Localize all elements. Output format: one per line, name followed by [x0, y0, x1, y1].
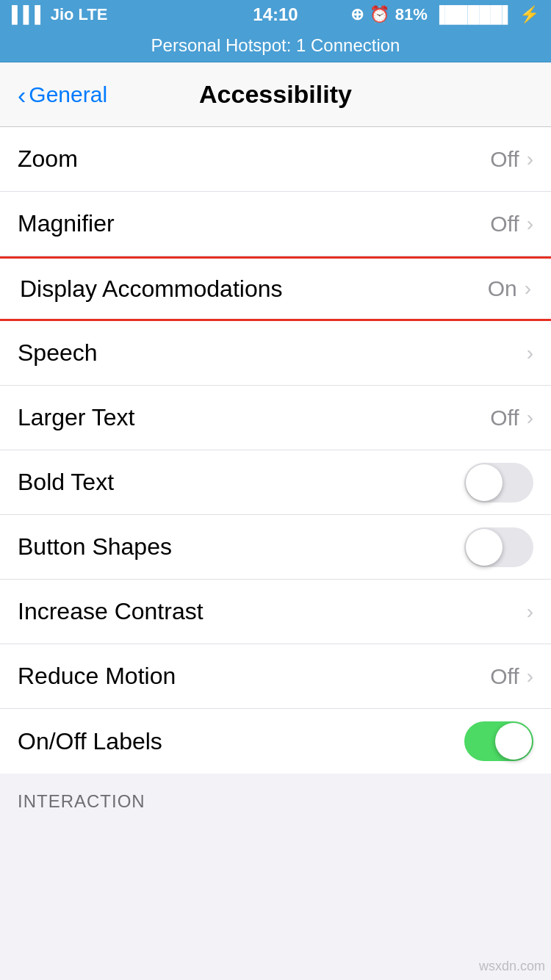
settings-list: Zoom Off › Magnifier Off › Display Accom… [0, 127, 551, 774]
display-accommodations-label: Display Accommodations [20, 275, 282, 303]
back-label: General [29, 82, 107, 107]
larger-text-value: Off [490, 406, 519, 430]
signal-icon: ▌▌▌ [12, 5, 46, 24]
magnifier-label: Magnifier [18, 210, 115, 237]
row-onoff-labels[interactable]: On/Off Labels [0, 709, 551, 774]
lock-icon: ⊕ [350, 5, 364, 24]
display-accommodations-value: On [488, 276, 517, 301]
reduce-motion-label: Reduce Motion [18, 663, 176, 690]
section-footer: INTERACTION [0, 774, 551, 824]
row-reduce-motion[interactable]: Reduce Motion Off › [0, 644, 551, 709]
nav-bar: ‹ General Accessibility [0, 62, 551, 127]
larger-text-right: Off › [490, 406, 533, 430]
larger-text-label: Larger Text [18, 404, 135, 431]
status-bar-right: ⊕ ⏰ 81% ▐█████▌ ⚡ [350, 5, 539, 24]
row-larger-text[interactable]: Larger Text Off › [0, 386, 551, 450]
display-accommodations-right: On › [488, 276, 531, 301]
page-title: Accessibility [199, 80, 352, 109]
network-type-label: LTE [79, 5, 108, 24]
onoff-labels-toggle-thumb [495, 723, 532, 760]
row-bold-text[interactable]: Bold Text [0, 450, 551, 515]
alarm-icon: ⏰ [370, 5, 389, 24]
magnifier-value: Off [490, 212, 519, 237]
hotspot-text: Personal Hotspot: 1 Connection [151, 35, 400, 55]
hotspot-banner: Personal Hotspot: 1 Connection [0, 29, 551, 62]
watermark: wsxdn.com [479, 959, 545, 974]
status-bar: ▌▌▌ Jio LTE 14:10 ⊕ ⏰ 81% ▐█████▌ ⚡ [0, 0, 551, 29]
carrier-label: Jio [51, 5, 74, 24]
battery-label: 81% [395, 5, 428, 24]
increase-contrast-label: Increase Contrast [18, 598, 204, 625]
zoom-value: Off [490, 147, 519, 172]
status-bar-time: 14:10 [253, 4, 298, 25]
magnifier-chevron-icon: › [527, 212, 533, 236]
charging-icon: ⚡ [519, 5, 539, 24]
display-accommodations-chevron-icon: › [525, 277, 531, 300]
bold-text-right [464, 463, 533, 502]
row-increase-contrast[interactable]: Increase Contrast › [0, 580, 551, 644]
row-magnifier[interactable]: Magnifier Off › [0, 192, 551, 256]
battery-icon: ▐█████▌ [433, 5, 514, 24]
reduce-motion-value: Off [490, 664, 519, 689]
speech-label: Speech [18, 339, 98, 367]
zoom-label: Zoom [18, 145, 78, 173]
reduce-motion-chevron-icon: › [527, 665, 533, 688]
bold-text-label: Bold Text [18, 469, 114, 496]
bold-text-toggle[interactable] [464, 463, 533, 502]
button-shapes-toggle[interactable] [464, 527, 533, 567]
zoom-chevron-icon: › [527, 148, 533, 171]
button-shapes-right [464, 527, 533, 567]
larger-text-chevron-icon: › [527, 406, 533, 430]
button-shapes-label: Button Shapes [18, 533, 172, 561]
zoom-right: Off › [490, 147, 533, 172]
magnifier-right: Off › [490, 212, 533, 237]
reduce-motion-right: Off › [490, 664, 533, 689]
row-button-shapes[interactable]: Button Shapes [0, 515, 551, 580]
section-footer-label: INTERACTION [18, 791, 145, 811]
back-chevron-icon: ‹ [18, 82, 26, 107]
speech-right: › [527, 342, 533, 365]
row-speech[interactable]: Speech › [0, 321, 551, 386]
speech-chevron-icon: › [527, 342, 533, 365]
bold-text-toggle-thumb [466, 464, 503, 501]
back-button[interactable]: ‹ General [18, 82, 107, 107]
increase-contrast-right: › [527, 600, 533, 624]
increase-contrast-chevron-icon: › [527, 600, 533, 624]
onoff-labels-label: On/Off Labels [18, 728, 162, 755]
onoff-labels-right [464, 721, 533, 761]
status-bar-left: ▌▌▌ Jio LTE [12, 5, 107, 24]
onoff-labels-toggle[interactable] [464, 721, 533, 761]
row-zoom[interactable]: Zoom Off › [0, 127, 551, 192]
row-display-accommodations[interactable]: Display Accommodations On › [0, 256, 551, 321]
button-shapes-toggle-thumb [466, 529, 503, 566]
